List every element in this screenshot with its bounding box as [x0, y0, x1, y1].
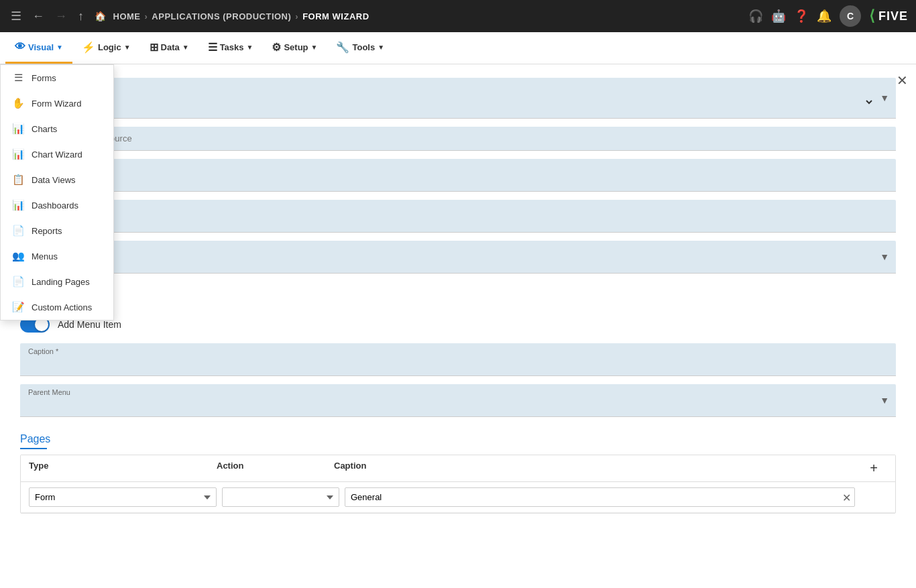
add-menu-item-label: Add Menu Item	[58, 319, 121, 330]
parent-menu-field: Parent Menu ▼	[20, 384, 896, 417]
nav-tools-label: Tools	[352, 42, 375, 52]
charts-icon: 📊	[11, 123, 25, 135]
visual-dropdown-icon: ▼	[56, 44, 63, 51]
nav-bar: 👁 Visual ▼ ⚡ Logic ▼ ⊞ Data ▼ ☰ Tasks ▼ …	[0, 32, 916, 64]
main-data-source-select[interactable]	[28, 90, 874, 114]
menu-item-custom-actions[interactable]: 📝 Custom Actions	[1, 294, 113, 320]
nav-data[interactable]: ⊞ Data ▼	[140, 32, 198, 64]
top-bar-right: 🎧 🤖 ❓ 🔔 C ⟨ FIVE	[748, 5, 908, 27]
menu-icon[interactable]: ☰	[8, 6, 24, 26]
main-data-source-dropdown-icon: ▼	[880, 93, 889, 103]
nav-tasks-label: Tasks	[220, 42, 244, 52]
parent-menu-select[interactable]	[28, 396, 874, 412]
help-icon[interactable]: ❓	[794, 9, 809, 23]
close-button[interactable]: ✕	[897, 72, 908, 89]
bell-icon[interactable]: 🔔	[817, 9, 832, 23]
visual-dropdown-menu: ☰ Forms ✋ Form Wizard 📊 Charts 📊 Chart W…	[0, 64, 114, 320]
name-input[interactable]	[28, 171, 888, 187]
data-views-icon: 📋	[11, 174, 25, 186]
nav-data-label: Data	[161, 42, 180, 52]
menu-item-forms[interactable]: ☰ Forms	[1, 65, 113, 91]
robot-icon[interactable]: 🤖	[771, 9, 786, 23]
nav-tools[interactable]: 🔧 Tools ▼	[327, 32, 394, 64]
nav-visual-label: Visual	[28, 42, 54, 52]
menu-item-reports[interactable]: 📄 Reports	[1, 218, 113, 243]
menu-item-menus-label: Menus	[32, 251, 58, 261]
forward-icon: →	[52, 7, 70, 26]
avatar[interactable]: C	[840, 5, 861, 27]
landing-pages-icon: 📄	[11, 276, 25, 288]
logic-dropdown-icon: ▼	[124, 44, 131, 51]
visual-icon: 👁	[15, 41, 25, 53]
main-data-source-hint-field	[20, 127, 896, 151]
type-cell: Form Chart Report	[29, 487, 217, 507]
caption-clear-icon[interactable]: ✕	[842, 491, 851, 504]
five-logo: ⟨ FIVE	[869, 7, 908, 25]
nav-logic[interactable]: ⚡ Logic ▼	[72, 32, 140, 64]
menu-item-forms-label: Forms	[32, 73, 56, 83]
main-content: ☰ Forms ✋ Form Wizard 📊 Charts 📊 Chart W…	[0, 64, 916, 588]
form-area: ‹ › ✕ Main Data Source * ▼ Name *	[0, 64, 916, 588]
page-navigation-field: Page Navigation * Top Bottom ▼	[20, 241, 896, 274]
breadcrumb-form-wizard[interactable]: FORM WIZARD	[302, 11, 369, 21]
pages-table: Type Action Caption + Form Chart Report	[20, 455, 896, 514]
add-menu-item-row: Add Menu Item	[20, 316, 896, 333]
action-id-field: ActionID *	[20, 200, 896, 233]
name-field: Name *	[20, 159, 896, 192]
menu-item-charts[interactable]: 📊 Charts	[1, 116, 113, 141]
nav-setup[interactable]: ⚙ Setup ▼	[262, 32, 327, 64]
menu-item-landing-pages[interactable]: 📄 Landing Pages	[1, 269, 113, 294]
breadcrumb-home[interactable]: HOME	[113, 11, 141, 21]
tools-icon: 🔧	[336, 41, 349, 54]
col-action: Action	[217, 461, 334, 476]
pages-section-underline	[20, 448, 47, 449]
dashboards-icon: 📊	[11, 199, 25, 211]
caption-label: Caption *	[28, 347, 58, 355]
form-wizard-icon: ✋	[11, 97, 25, 109]
page-navigation-select[interactable]: Top Bottom	[28, 253, 874, 269]
main-data-source-hint-input[interactable]	[20, 127, 896, 151]
col-type: Type	[29, 461, 217, 476]
menu-item-landing-pages-label: Landing Pages	[32, 277, 90, 287]
data-icon: ⊞	[150, 41, 158, 54]
home-icon: 🏠	[92, 8, 109, 24]
menu-item-data-views-label: Data Views	[32, 175, 76, 185]
nav-visual[interactable]: 👁 Visual ▼	[5, 32, 72, 64]
headset-icon[interactable]: 🎧	[748, 9, 763, 23]
menu-item-chart-wizard[interactable]: 📊 Chart Wizard	[1, 141, 113, 167]
action-id-input[interactable]	[28, 212, 888, 228]
col-caption: Caption	[334, 461, 860, 476]
reports-icon: 📄	[11, 225, 25, 237]
custom-actions-icon: 📝	[11, 301, 25, 313]
menu-item-menus[interactable]: 👥 Menus	[1, 243, 113, 269]
menu-item-data-views[interactable]: 📋 Data Views	[1, 167, 113, 192]
setup-dropdown-icon: ▼	[311, 44, 318, 51]
nav-tasks[interactable]: ☰ Tasks ▼	[198, 32, 263, 64]
caption-input[interactable]	[28, 355, 888, 371]
chart-wizard-icon: 📊	[11, 148, 25, 160]
nav-logic-label: Logic	[98, 42, 121, 52]
form-inner: ‹ › ✕ Main Data Source * ▼ Name *	[0, 64, 916, 588]
type-select[interactable]: Form Chart Report	[29, 487, 217, 507]
menu-item-custom-actions-label: Custom Actions	[32, 302, 92, 312]
logic-icon: ⚡	[82, 41, 95, 54]
add-row-button[interactable]: +	[870, 461, 878, 476]
add-row-btn-header: +	[860, 461, 887, 476]
table-row: Form Chart Report	[21, 482, 895, 513]
breadcrumb-app[interactable]: APPLICATIONS (PRODUCTION)	[152, 11, 291, 21]
menu-item-reports-label: Reports	[32, 226, 62, 236]
menu-item-dashboards[interactable]: 📊 Dashboards	[1, 192, 113, 218]
caption-field: Caption *	[20, 343, 896, 376]
parent-menu-dropdown-icon: ▼	[880, 395, 889, 406]
up-icon[interactable]: ↑	[75, 7, 87, 26]
tools-dropdown-icon: ▼	[378, 44, 384, 51]
menu-item-form-wizard[interactable]: ✋ Form Wizard	[1, 91, 113, 116]
parent-menu-label: Parent Menu	[28, 388, 70, 396]
action-select[interactable]	[222, 487, 339, 507]
menu-item-charts-label: Charts	[32, 124, 57, 134]
setup-icon: ⚙	[272, 41, 281, 54]
pages-section-title: Pages	[20, 433, 896, 445]
back-icon[interactable]: ←	[30, 7, 47, 26]
tasks-icon: ☰	[208, 41, 217, 54]
caption-table-input[interactable]	[345, 487, 855, 507]
